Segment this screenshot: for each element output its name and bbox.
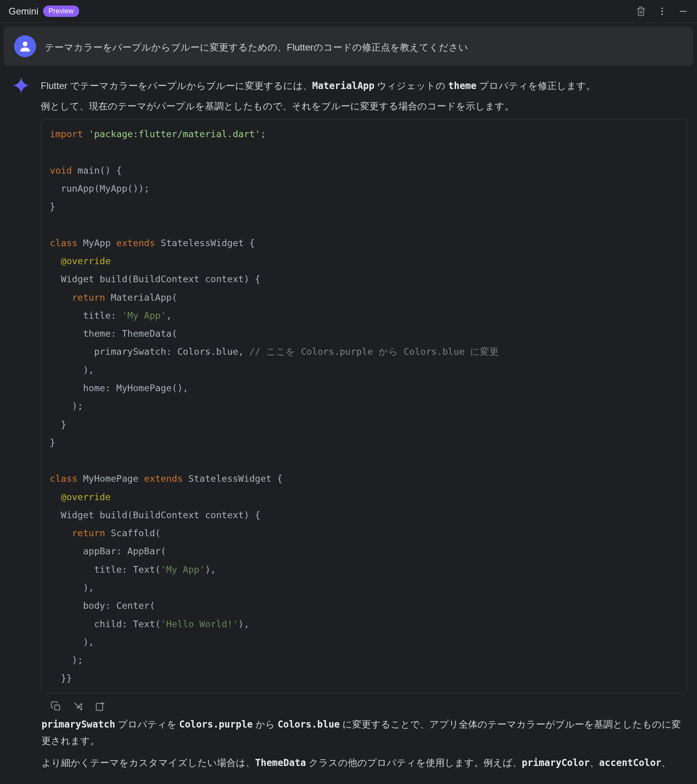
user-avatar <box>14 35 36 57</box>
code-token: ); <box>50 401 83 412</box>
code-token: main() { <box>72 165 122 176</box>
svg-point-2 <box>661 13 663 15</box>
ai-text-segment: 、 <box>661 757 671 768</box>
ai-text-segment: から <box>253 719 277 730</box>
code-token: ), <box>205 564 216 575</box>
inline-code: Colors.blue <box>277 719 340 730</box>
code-token: Widget build(BuildContext context) { <box>50 274 261 285</box>
code-token: appBar: AppBar( <box>50 546 166 557</box>
code-token: ), <box>50 365 94 376</box>
code-token: StatelessWidget { <box>183 473 283 484</box>
ai-message-content: Flutter でテーマカラーをパープルからブルーに変更するには、Materia… <box>41 74 687 771</box>
ai-follow-text-2: より細かくテーマをカスタマイズしたい場合は、ThemeData クラスの他のプロ… <box>41 755 687 771</box>
code-token: runApp(MyApp()); <box>50 183 150 194</box>
code-token: 'My App' <box>161 564 205 575</box>
code-token: 'Hello World!' <box>161 619 238 630</box>
ai-text-segment: プロパティを修正します。 <box>476 80 596 91</box>
trash-icon[interactable] <box>636 6 646 16</box>
code-token <box>50 292 72 303</box>
ai-text-segment: プロパティを <box>115 719 179 730</box>
code-token: class <box>50 473 78 484</box>
code-token: return <box>72 528 105 539</box>
code-token <box>50 528 72 539</box>
ai-text-segment: より細かくテーマをカスタマイズしたい場合は、 <box>42 757 255 768</box>
code-token: import <box>50 129 83 140</box>
code-token: , <box>166 310 172 321</box>
svg-point-0 <box>661 7 663 9</box>
inline-code: Colors.purple <box>179 719 253 730</box>
ai-text-segment: クラスの他のプロパティを使用します。例えば、 <box>306 757 522 768</box>
code-block[interactable]: import 'package:flutter/material.dart'; … <box>41 119 687 693</box>
code-token: // ここを Colors.purple から Colors.blue に変更 <box>249 346 499 357</box>
code-token: home: MyHomePage(), <box>50 383 188 394</box>
minimize-icon[interactable] <box>678 6 688 16</box>
code-token: ); <box>50 655 83 666</box>
ai-intro-line1: Flutter でテーマカラーをパープルからブルーに変更するには、Materia… <box>41 78 687 94</box>
code-token: title: <box>50 310 122 321</box>
inline-code: ThemeData <box>255 757 306 768</box>
code-token: child: Text( <box>50 619 161 630</box>
user-message: テーマカラーをパープルからブルーに変更するための、Flutterのコードの修正点… <box>4 27 693 66</box>
code-token: Scaffold( <box>105 528 160 539</box>
inline-code: MaterialApp <box>312 80 375 91</box>
code-token: ), <box>238 619 249 630</box>
ai-text-segment: Flutter でテーマカラーをパープルからブルーに変更するには、 <box>41 80 312 91</box>
code-token: MyHomePage <box>78 473 144 484</box>
code-token: body: Center( <box>50 600 155 611</box>
ai-avatar <box>10 74 32 96</box>
ai-message: Flutter でテーマカラーをパープルからブルーに変更するには、Materia… <box>0 66 697 780</box>
code-token: @override <box>50 256 111 267</box>
code-token: ), <box>50 582 94 593</box>
ai-text-segment: 、 <box>590 757 599 768</box>
user-message-text: テーマカラーをパープルからブルーに変更するための、Flutterのコードの修正点… <box>45 35 683 57</box>
ai-text-segment: ウィジェットの <box>375 80 448 91</box>
code-token: MyApp <box>78 238 116 249</box>
code-token: ; <box>261 129 266 140</box>
preview-badge: Preview <box>43 5 79 17</box>
code-actions <box>41 693 687 716</box>
code-token: extends <box>144 473 183 484</box>
code-token: @override <box>50 492 111 503</box>
inline-code: accentColor <box>599 757 661 768</box>
ai-intro-line2: 例として、現在のテーマがパープルを基調としたもので、それをブルーに変更する場合の… <box>41 98 687 114</box>
header-left: Gemini Preview <box>9 5 79 17</box>
code-token: StatelessWidget { <box>155 238 255 249</box>
svg-rect-9 <box>96 703 103 711</box>
more-vertical-icon[interactable] <box>657 6 667 16</box>
code-token: 'package:flutter/material.dart' <box>89 129 261 140</box>
code-token: title: Text( <box>50 564 161 575</box>
code-token: }} <box>50 673 72 684</box>
inline-code: primaryColor <box>522 757 590 768</box>
copy-icon[interactable] <box>50 701 62 712</box>
code-token: MaterialApp( <box>105 292 177 303</box>
inline-code: primarySwatch <box>42 719 115 730</box>
insert-at-cursor-icon[interactable] <box>72 701 84 712</box>
code-token: return <box>72 292 105 303</box>
new-file-icon[interactable] <box>94 701 106 712</box>
svg-point-4 <box>23 42 27 46</box>
ai-follow-text-1: primarySwatch プロパティを Colors.purple から Co… <box>41 716 687 749</box>
app-title: Gemini <box>9 6 38 17</box>
code-token: Widget build(BuildContext context) { <box>50 510 261 521</box>
header-bar: Gemini Preview <box>0 0 697 23</box>
code-token: void <box>50 165 72 176</box>
inline-code: theme <box>448 80 476 91</box>
code-token: } <box>50 201 55 212</box>
code-token: ), <box>50 637 94 648</box>
code-token: } <box>50 419 66 430</box>
code-token: theme: ThemeData( <box>50 328 177 339</box>
code-token: } <box>50 437 55 448</box>
code-token: 'My App' <box>122 310 166 321</box>
code-token: class <box>50 238 78 249</box>
code-token: extends <box>116 238 155 249</box>
svg-point-1 <box>661 10 663 12</box>
header-actions <box>636 6 688 16</box>
code-token: primarySwatch: Colors.blue, <box>50 346 249 357</box>
svg-rect-5 <box>55 705 60 710</box>
